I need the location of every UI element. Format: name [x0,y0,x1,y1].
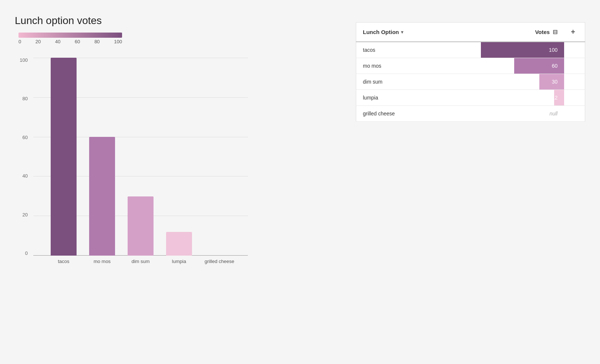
td-add [564,42,585,58]
legend-tick-20: 20 [36,39,41,44]
votes-value: 30 [481,74,564,90]
votes-value: 60 [481,58,564,74]
table-row: mo mos60 [356,58,585,74]
td-votes-mo-mos: 60 [481,58,564,74]
table-row: tacos100 [356,42,585,58]
td-add [564,74,585,90]
y-label-40: 40 [23,173,28,178]
td-lunch-grilled-cheese: grilled cheese [356,106,481,122]
td-lunch-tacos: tacos [356,42,481,58]
table-row: grilled cheesenull [356,106,585,122]
th-votes: Votes ⊟ [481,23,564,42]
y-axis: 100 80 60 40 20 0 [15,58,31,256]
legend-tick-60: 60 [75,39,80,44]
td-votes-grilled-cheese: null [481,106,564,122]
bar-tacos[interactable] [51,58,77,256]
votes-value: 100 [481,42,564,58]
td-votes-lumpia: 12 [481,90,564,106]
y-label-100: 100 [20,58,28,63]
bar-group-dim-sum [128,196,154,256]
x-label-tacos: tacos [51,259,77,264]
legend-labels: 0 20 40 60 80 100 [18,39,122,44]
th-votes-label: Votes [535,29,550,35]
bar-group-mo-mos [89,137,115,256]
table-header-row: Lunch Option ▾ Votes ⊟ + [356,23,585,42]
y-label-0: 0 [25,251,28,256]
votes-value: 12 [481,90,564,105]
bar-group-lumpia [166,232,192,256]
table-section: Lunch Option ▾ Votes ⊟ + [356,22,585,122]
td-add [564,58,585,74]
legend-tick-40: 40 [55,39,60,44]
chart-section: Lunch option votes 0 20 40 60 80 100 100… [15,15,326,272]
y-label-80: 80 [23,96,28,101]
data-table: Lunch Option ▾ Votes ⊟ + [356,22,585,122]
bar-lumpia[interactable] [166,232,192,256]
x-label-lumpia: lumpia [166,259,192,264]
legend-wrapper: 0 20 40 60 80 100 [15,33,326,44]
lunch-dropdown-icon[interactable]: ▾ [401,30,403,35]
chart-title: Lunch option votes [15,15,326,27]
votes-null: null [481,106,564,121]
chart-area: 100 80 60 40 20 0 [15,58,326,272]
bar-mo-mos[interactable] [89,137,115,256]
x-label-grilled-cheese: grilled cheese [205,259,230,264]
td-lunch-lumpia: lumpia [356,90,481,106]
x-label-mo-mos: mo mos [89,259,115,264]
bars-area: tacosmo mosdim sumlumpiagrilled cheese [33,58,248,272]
bars-wrapper [33,58,248,256]
td-add [564,90,585,106]
x-labels: tacosmo mosdim sumlumpiagrilled cheese [33,256,248,272]
legend-tick-80: 80 [94,39,100,44]
th-lunch: Lunch Option ▾ [356,23,481,42]
td-votes-dim-sum: 30 [481,74,564,90]
y-label-20: 20 [23,212,28,217]
td-lunch-dim-sum: dim sum [356,74,481,90]
td-votes-tacos: 100 [481,42,564,58]
y-label-60: 60 [23,135,28,140]
table-row: dim sum30 [356,74,585,90]
sort-icon[interactable]: ⊟ [553,28,557,36]
x-label-dim-sum: dim sum [128,259,154,264]
legend-tick-100: 100 [114,39,122,44]
th-lunch-label: Lunch Option [363,29,399,35]
legend-tick-0: 0 [18,39,21,44]
td-lunch-mo-mos: mo mos [356,58,481,74]
table-row: lumpia12 [356,90,585,106]
table-body: tacos100mo mos60dim sum30lumpia12grilled… [356,42,585,122]
main-container: Lunch option votes 0 20 40 60 80 100 100… [15,15,585,272]
bar-dim-sum[interactable] [128,196,154,256]
add-column-button[interactable]: + [571,28,575,36]
td-add [564,106,585,122]
bar-group-tacos [51,58,77,256]
th-add[interactable]: + [564,23,585,42]
legend-gradient [18,33,122,38]
